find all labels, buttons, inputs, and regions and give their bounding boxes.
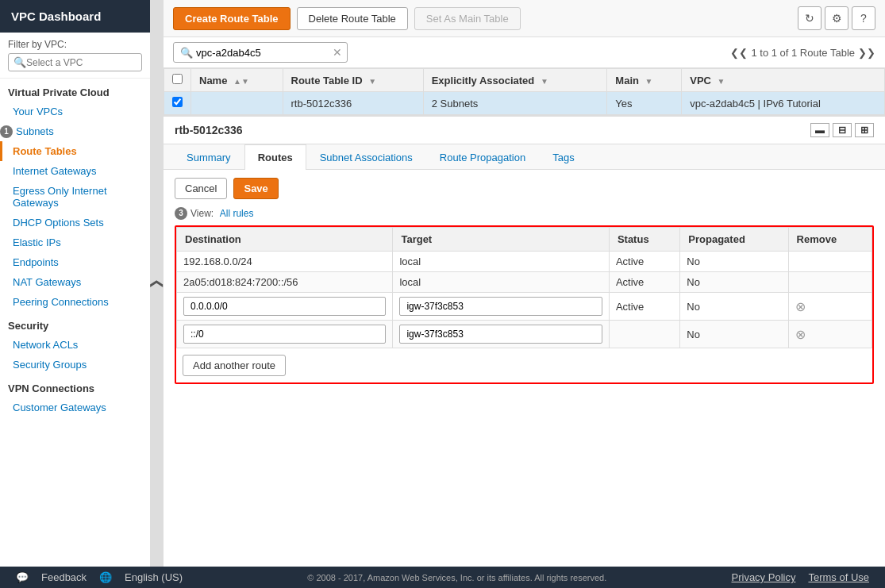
col-remove: Remove: [788, 228, 872, 252]
route-status-3: [609, 321, 679, 348]
privacy-policy-link[interactable]: Privacy Policy: [732, 571, 796, 583]
table-row[interactable]: rtb-5012c336 2 Subnets Yes vpc-a2dab4c5 …: [164, 92, 885, 115]
sort-assoc-icon: ▼: [541, 77, 548, 86]
next-page-icon[interactable]: ❯❯: [858, 47, 875, 59]
row-name: [191, 92, 283, 115]
route-propagated-1: No: [680, 272, 788, 293]
route-remove-2: ⊗: [788, 293, 872, 321]
route-propagated-3: No: [680, 321, 788, 348]
sidebar-item-internet-gateways[interactable]: Internet Gateways: [0, 161, 150, 181]
footer: 💬 Feedback 🌐 English (US) © 2008 - 2017,…: [0, 567, 885, 588]
sidebar-item-dhcp-options[interactable]: DHCP Options Sets: [0, 213, 150, 233]
sidebar-item-security-groups[interactable]: Security Groups: [0, 355, 150, 375]
sidebar-collapse-btn[interactable]: ❮: [151, 0, 164, 567]
remove-route-2-button[interactable]: ⊗: [795, 300, 806, 313]
col-name: Name ▲▼: [191, 69, 283, 92]
toolbar-icons: ↻ ⚙ ?: [798, 6, 875, 30]
table-search-bar: 🔍 ✕: [173, 42, 348, 63]
search-icon: 🔍: [180, 47, 193, 59]
tab-summary[interactable]: Summary: [173, 144, 244, 170]
copyright-text: © 2008 - 2017, Amazon Web Services, Inc.…: [195, 573, 718, 582]
vpc-search-box: 🔍: [8, 53, 142, 71]
row-vpc: vpc-a2dab4c5 | IPv6 Tutorial: [682, 92, 885, 115]
route-destination-0: 192.168.0.0/24: [177, 252, 393, 272]
sidebar-item-peering-connections[interactable]: Peering Connections: [0, 292, 150, 312]
route-tables-table: Name ▲▼ Route Table ID ▼ Explicitly Asso…: [164, 68, 885, 116]
destination-input-3[interactable]: [183, 325, 386, 344]
tab-subnet-associations[interactable]: Subnet Associations: [306, 144, 426, 170]
create-route-table-button[interactable]: Create Route Table: [173, 7, 291, 30]
routes-table: Destination Target Status Propagated Rem…: [176, 227, 872, 348]
sidebar-item-nat-gateways[interactable]: NAT Gateways: [0, 272, 150, 292]
sidebar-item-customer-gateways[interactable]: Customer Gateways: [0, 398, 150, 417]
view-icon-2[interactable]: ⊟: [833, 123, 852, 137]
sidebar-title: VPC Dashboard: [0, 0, 150, 33]
step1-marker: 1: [0, 125, 13, 138]
section-title-vpc: Virtual Private Cloud: [0, 79, 150, 102]
row-route-table-id: rtb-5012c336: [283, 92, 423, 115]
sort-main-icon: ▼: [645, 77, 653, 86]
table-search-input[interactable]: [196, 47, 329, 59]
set-main-table-button[interactable]: Set As Main Table: [414, 7, 521, 30]
search-icon: 🔍: [13, 56, 26, 68]
sort-id-icon: ▼: [368, 77, 376, 86]
tab-tags[interactable]: Tags: [539, 144, 587, 170]
detail-tabs: Summary Routes Subnet Associations Route…: [164, 144, 885, 170]
col-status: Status: [609, 228, 679, 252]
remove-route-3-button[interactable]: ⊗: [795, 328, 806, 341]
row-checkbox[interactable]: [172, 97, 183, 107]
sort-vpc-icon: ▼: [718, 77, 725, 86]
sidebar-item-endpoints[interactable]: Endpoints: [0, 252, 150, 272]
filter-label: Filter by VPC:: [8, 39, 142, 50]
sidebar-item-route-tables[interactable]: Route Tables: [0, 141, 150, 161]
table-row: 2a05:d018:824:7200::/56 local Active No: [177, 272, 872, 293]
feedback-icon: 💬: [16, 571, 29, 583]
pagination-text: 1 to 1 of 1 Route Table: [751, 47, 855, 59]
refresh-button[interactable]: ↻: [798, 6, 822, 30]
detail-title: rtb-5012c336: [175, 124, 243, 136]
toolbar: Create Route Table Delete Route Table Se…: [164, 0, 885, 37]
route-destination-2: [177, 293, 393, 321]
terms-of-use-link[interactable]: Terms of Use: [808, 571, 869, 583]
delete-route-table-button[interactable]: Delete Route Table: [297, 7, 408, 30]
row-main: Yes: [607, 92, 682, 115]
add-another-route-button[interactable]: Add another route: [183, 355, 286, 376]
target-input-3[interactable]: [399, 325, 602, 344]
col-target: Target: [393, 228, 609, 252]
sidebar-item-elastic-ips[interactable]: Elastic IPs: [0, 233, 150, 252]
tab-route-propagation[interactable]: Route Propagation: [426, 144, 539, 170]
route-target-1: local: [393, 272, 609, 293]
detail-header: rtb-5012c336 ▬ ⊟ ⊞: [164, 117, 885, 144]
sidebar-item-network-acls[interactable]: Network ACLs: [0, 335, 150, 355]
prev-page-icon[interactable]: ❮❮: [730, 47, 748, 59]
main-content: Create Route Table Delete Route Table Se…: [164, 0, 885, 567]
target-input-2[interactable]: [399, 297, 602, 316]
destination-input-2[interactable]: [183, 297, 386, 316]
sidebar-filter: Filter by VPC: 🔍: [0, 33, 150, 79]
routes-content: Cancel Save View: All rules 3 Destinatio…: [164, 170, 885, 392]
sidebar-item-egress-only-igw[interactable]: Egress Only Internet Gateways: [0, 181, 150, 213]
clear-search-icon[interactable]: ✕: [333, 46, 342, 59]
feedback-label[interactable]: Feedback: [41, 571, 87, 583]
sidebar-item-subnets[interactable]: Subnets: [0, 121, 150, 141]
globe-icon: 🌐: [99, 571, 112, 583]
table-row: No ⊗: [177, 321, 872, 348]
view-icon-1[interactable]: ▬: [810, 123, 829, 137]
step3-marker: 3: [175, 207, 187, 220]
language-label[interactable]: English (US): [125, 571, 183, 583]
col-explicitly-associated: Explicitly Associated ▼: [423, 69, 607, 92]
vpc-search-input[interactable]: [26, 57, 137, 68]
save-button[interactable]: Save: [233, 178, 278, 199]
action-row: Cancel Save: [175, 178, 874, 199]
settings-button[interactable]: ⚙: [825, 6, 848, 30]
row-explicitly-associated: 2 Subnets: [423, 92, 607, 115]
tab-routes[interactable]: Routes: [244, 144, 306, 170]
route-target-2: [393, 293, 609, 321]
route-status-0: Active: [609, 252, 679, 272]
select-all-checkbox[interactable]: [172, 74, 183, 84]
view-icon-3[interactable]: ⊞: [855, 123, 874, 137]
route-remove-0: [788, 252, 872, 272]
cancel-button[interactable]: Cancel: [175, 178, 227, 199]
sidebar-item-your-vpcs[interactable]: Your VPCs: [0, 102, 150, 121]
help-button[interactable]: ?: [852, 6, 875, 30]
